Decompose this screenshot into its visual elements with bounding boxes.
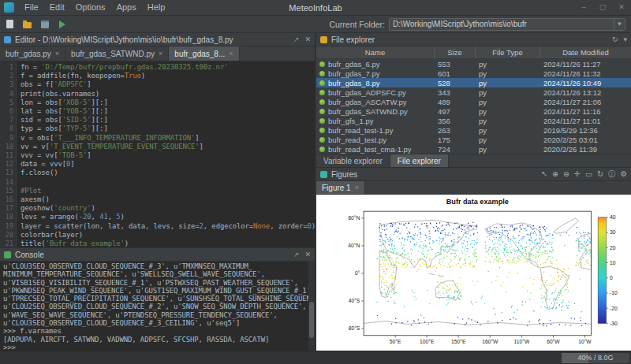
identify-tool-icon[interactable]: ⓘ bbox=[608, 168, 616, 180]
scatter-point bbox=[385, 234, 386, 235]
scatter-point bbox=[443, 293, 444, 294]
new-script-icon[interactable] bbox=[3, 17, 17, 31]
save-icon[interactable] bbox=[38, 17, 51, 31]
scatter-point bbox=[402, 247, 403, 247]
close-tab-icon[interactable]: × bbox=[229, 50, 233, 58]
open-file-icon[interactable] bbox=[21, 17, 34, 31]
scatter-point bbox=[561, 276, 562, 277]
scatter-point bbox=[447, 235, 448, 236]
maximize-button[interactable]: ▢ bbox=[593, 0, 612, 15]
refresh-icon[interactable]: ↻ bbox=[612, 33, 618, 46]
scatter-point bbox=[390, 263, 391, 264]
tab-file-explorer[interactable]: File explorer bbox=[390, 154, 449, 167]
float-panel-icon[interactable]: ↗ bbox=[293, 248, 300, 261]
zoom-out-tool-icon[interactable]: ⊖ bbox=[563, 168, 569, 180]
editor-tab[interactable]: bufr_gdas_8...× bbox=[169, 46, 239, 61]
table-row[interactable]: bufr_gdas_7.py601py2024/11/26 11:32 bbox=[316, 69, 631, 78]
scatter-point bbox=[566, 284, 566, 284]
menu-apps[interactable]: Apps bbox=[111, 0, 142, 15]
scatter-point bbox=[565, 324, 566, 325]
table-row[interactable]: bufr_read_test-1.py263py2019/5/29 12:36 bbox=[316, 125, 631, 135]
code-editor[interactable]: 123456789101112131415161718192021 fn = '… bbox=[0, 61, 315, 247]
column-header[interactable]: Date Modified bbox=[540, 46, 631, 58]
scatter-point bbox=[446, 291, 446, 292]
close-tab-icon[interactable]: × bbox=[355, 184, 359, 191]
minimize-button[interactable]: – bbox=[574, 0, 593, 15]
close-button[interactable]: ✕ bbox=[612, 0, 631, 15]
scatter-point bbox=[504, 254, 505, 255]
table-row[interactable]: bufr_read_test_cma-1.py724py2020/2/26 11… bbox=[316, 144, 631, 154]
close-panel-icon[interactable]: ✕ bbox=[304, 248, 311, 261]
code-area[interactable]: fn = 'D:/Temp/bufr/prepbufr.gdas.2023032… bbox=[17, 61, 315, 247]
table-row[interactable]: bufr_gdas_8.py528py2024/11/26 10:49 bbox=[316, 78, 631, 87]
table-row[interactable]: bufr_read_test.py175py2020/2/25 03:01 bbox=[316, 135, 631, 144]
tab-variable-explorer[interactable]: Variable explorer bbox=[316, 154, 390, 167]
scatter-point bbox=[470, 226, 471, 227]
console-scrollbar[interactable] bbox=[308, 262, 315, 351]
editor-tab[interactable]: bufr_gdas.py× bbox=[0, 46, 65, 61]
scatter-point bbox=[529, 240, 530, 241]
console-scrollbar-thumb[interactable] bbox=[309, 302, 314, 338]
scatter-point bbox=[446, 250, 446, 251]
scatter-point bbox=[390, 245, 390, 246]
close-tab-icon[interactable]: × bbox=[55, 50, 59, 58]
select-tool-icon[interactable]: ↖ bbox=[541, 168, 547, 180]
menu-help[interactable]: Help bbox=[142, 0, 171, 15]
scatter-point bbox=[504, 230, 505, 231]
open-file-glyph bbox=[23, 22, 32, 28]
column-header[interactable]: File Type bbox=[476, 46, 540, 58]
scatter-point bbox=[542, 277, 543, 277]
figure-title: Bufr data example bbox=[446, 198, 509, 206]
full-extent-tool-icon[interactable]: ▭ bbox=[585, 168, 592, 180]
editor-tab[interactable]: bufr_gdas_SATWND.py× bbox=[65, 46, 169, 61]
scatter-point bbox=[408, 253, 409, 254]
settings-tool-icon[interactable]: ⚙ bbox=[620, 168, 627, 180]
column-header[interactable]: Name bbox=[316, 46, 435, 58]
scatter-point bbox=[377, 258, 378, 258]
x-tick-label: 60°W bbox=[547, 339, 560, 344]
console-output[interactable]: u'CLOU3SEQ_OBSERVED_CLOUD_SEQUENCE_#_3',… bbox=[0, 262, 315, 351]
scatter-point bbox=[551, 243, 551, 244]
scatter-point bbox=[439, 228, 440, 229]
pan-tool-icon[interactable]: ✛ bbox=[574, 168, 581, 180]
run-script-icon[interactable] bbox=[55, 17, 69, 31]
float-panel-icon[interactable]: ↗ bbox=[293, 33, 300, 46]
table-row[interactable]: bufr_gfs_1.py356py2024/11/27 11:01 bbox=[316, 116, 631, 125]
menu-options[interactable]: Options bbox=[70, 0, 111, 15]
menu-file[interactable]: File bbox=[19, 0, 44, 15]
table-row[interactable]: bufr_gdas_ASCATW.py489py2024/11/27 21:06 bbox=[316, 97, 631, 106]
figure-canvas[interactable]: Bufr data example bbox=[316, 195, 631, 351]
chevron-down-icon[interactable]: ▼ bbox=[614, 19, 625, 30]
scatter-point bbox=[408, 222, 409, 223]
zoom-in-tool-icon[interactable]: ⊕ bbox=[552, 168, 558, 180]
rotate-tool-icon[interactable]: ↻ bbox=[597, 168, 603, 180]
scatter-point bbox=[381, 281, 382, 282]
python-file-icon bbox=[319, 137, 325, 143]
scatter-point bbox=[517, 273, 518, 274]
scatter-point bbox=[394, 278, 394, 279]
scatter-point bbox=[510, 230, 510, 231]
close-panel-icon[interactable]: ✕ bbox=[304, 33, 311, 46]
column-header[interactable]: Size bbox=[435, 46, 476, 58]
scatter-point bbox=[385, 273, 386, 274]
scatter-point bbox=[386, 236, 387, 236]
table-row[interactable]: bufr_gdas_SATWND.py497py2024/11/27 11:16 bbox=[316, 106, 631, 116]
scatter-point bbox=[495, 247, 495, 248]
collapse-icon[interactable]: ▾ bbox=[623, 33, 627, 46]
scatter-point bbox=[518, 249, 519, 250]
scatter-point bbox=[423, 262, 424, 263]
scatter-point bbox=[504, 226, 505, 227]
figure-tab[interactable]: Figure 1× bbox=[316, 181, 365, 194]
scatter-point bbox=[393, 225, 394, 225]
menu-edit[interactable]: Edit bbox=[44, 0, 70, 15]
table-row[interactable]: bufr_gdas_6.py553py2024/11/26 11:27 bbox=[316, 59, 631, 69]
close-tab-icon[interactable]: × bbox=[159, 50, 162, 58]
scatter-point bbox=[412, 236, 413, 237]
scatter-point bbox=[550, 256, 551, 257]
scatter-point bbox=[584, 237, 584, 238]
scatter-point bbox=[495, 231, 496, 232]
memory-indicator[interactable]: 40% / 8.0G bbox=[562, 353, 629, 363]
table-row[interactable]: bufr_gdas_ADPSFC.py343py2024/11/26 13:12 bbox=[316, 87, 631, 97]
code-line: typ = obs['TYP-5'][:] bbox=[21, 124, 315, 133]
current-folder-combo[interactable]: D:\Working\MIScript\Jython\mis\io\bufr ▼ bbox=[389, 18, 625, 31]
